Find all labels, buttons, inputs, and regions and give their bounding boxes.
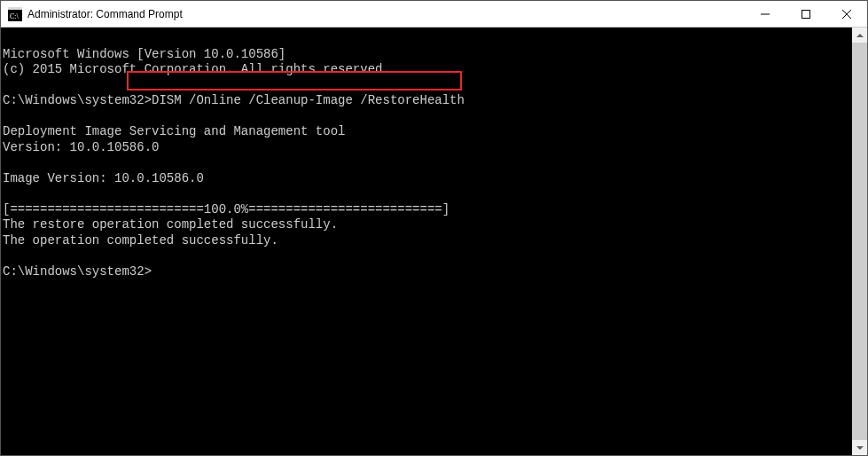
prompt-path: C:\Windows\system32> bbox=[3, 93, 152, 107]
tool-name-line: Deployment Image Servicing and Managemen… bbox=[3, 124, 345, 138]
chevron-up-icon bbox=[856, 34, 864, 37]
close-button[interactable] bbox=[826, 1, 867, 27]
result-line: The restore operation completed successf… bbox=[3, 217, 338, 232]
svg-rect-1 bbox=[8, 7, 22, 10]
vertical-scrollbar[interactable] bbox=[852, 28, 867, 455]
copyright-line: (c) 2015 Microsoft Corporation. All righ… bbox=[3, 62, 390, 76]
minimize-button[interactable] bbox=[745, 1, 786, 27]
svg-rect-4 bbox=[802, 10, 810, 18]
progress-line: [==========================100.0%=======… bbox=[3, 202, 450, 216]
command-text: DISM /Online /Cleanup-Image /RestoreHeal… bbox=[152, 93, 465, 107]
scrollbar-track[interactable] bbox=[852, 43, 867, 440]
cmd-icon: C:\ bbox=[8, 7, 22, 21]
chevron-down-icon bbox=[856, 446, 864, 450]
window-title: Administrator: Command Prompt bbox=[27, 8, 745, 20]
scroll-up-button[interactable] bbox=[852, 28, 867, 43]
command-prompt-window: C:\ Administrator: Command Prompt Micros… bbox=[0, 0, 868, 456]
image-version-line: Image Version: 10.0.10586.0 bbox=[3, 171, 204, 185]
svg-text:C:\: C:\ bbox=[10, 12, 20, 20]
scrollbar-thumb[interactable] bbox=[852, 43, 867, 440]
titlebar[interactable]: C:\ Administrator: Command Prompt bbox=[1, 1, 867, 28]
version-line: Microsoft Windows [Version 10.0.10586] bbox=[3, 47, 285, 61]
window-controls bbox=[745, 1, 867, 27]
tool-version-line: Version: 10.0.10586.0 bbox=[3, 140, 159, 154]
maximize-button[interactable] bbox=[786, 1, 826, 27]
prompt-line: C:\Windows\system32> bbox=[3, 264, 152, 279]
content-area: Microsoft Windows [Version 10.0.10586] (… bbox=[1, 28, 867, 455]
terminal-output[interactable]: Microsoft Windows [Version 10.0.10586] (… bbox=[1, 28, 852, 455]
scroll-down-button[interactable] bbox=[852, 440, 867, 455]
result-line: The operation completed successfully. bbox=[3, 233, 278, 248]
